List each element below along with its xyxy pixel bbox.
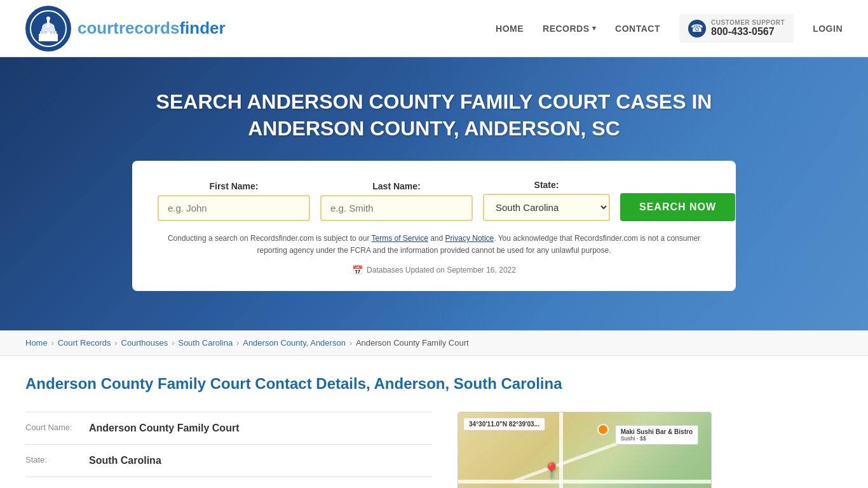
terms-link[interactable]: Terms of Service — [372, 234, 428, 243]
state-detail-value: South Carolina — [89, 455, 161, 466]
main-nav: HOME RECORDS ▾ CONTACT ☎ CUSTOMER SUPPOR… — [496, 14, 843, 43]
svg-rect-9 — [50, 31, 52, 34]
logo-icon — [25, 6, 71, 51]
map-nearby-name: Maki Sushi Bar & Bistro — [621, 428, 693, 435]
breadcrumb-sep-5: › — [349, 339, 352, 348]
header: courtrecordsfinder HOME RECORDS ▾ CONTAC… — [0, 0, 868, 57]
login-button[interactable]: LOGIN — [813, 24, 843, 34]
search-box: First Name: Last Name: State: AlabamaAla… — [132, 161, 736, 290]
breadcrumb-sep-4: › — [236, 339, 239, 348]
support-phone[interactable]: 800-433-0567 — [711, 26, 785, 37]
map-area: CarolinaWren Park 📍 34°30'11.0"N 82°39'0… — [458, 412, 712, 488]
court-name-row: Court Name: Anderson County Family Court — [25, 412, 432, 444]
svg-rect-10 — [53, 31, 55, 34]
support-text: CUSTOMER SUPPORT 800-433-0567 — [711, 19, 785, 37]
hero-title: SEARCH ANDERSON COUNTY FAMILY COURT CASE… — [13, 89, 855, 142]
breadcrumb-anderson-county[interactable]: Anderson County, Anderson — [243, 338, 346, 348]
breadcrumb-sep-3: › — [172, 339, 174, 348]
state-label: State: — [483, 180, 610, 190]
breadcrumb-court-records[interactable]: Court Records — [58, 338, 111, 348]
breadcrumb-sep-1: › — [51, 339, 54, 348]
state-row: State: South Carolina — [25, 444, 432, 477]
nav-home[interactable]: HOME — [496, 24, 524, 34]
chevron-down-icon: ▾ — [592, 24, 597, 32]
breadcrumb-sep-2: › — [115, 339, 118, 348]
privacy-link[interactable]: Privacy Notice — [445, 234, 494, 243]
first-name-input[interactable] — [158, 195, 310, 221]
state-field-group: State: AlabamaAlaskaArizonaArkansasCalif… — [483, 180, 610, 221]
map-nearby-sub: Sushi · $$ — [621, 435, 693, 442]
hero-title-line1: SEARCH ANDERSON COUNTY FAMILY COURT CASE… — [156, 90, 712, 113]
search-button[interactable]: SEARCH NOW — [620, 193, 735, 221]
details-map-row: Court Name: Anderson County Family Court… — [25, 412, 843, 488]
breadcrumb-home[interactable]: Home — [25, 338, 48, 348]
nav-records[interactable]: RECORDS ▾ — [543, 24, 596, 34]
map-location-pin: 📍 — [542, 462, 561, 480]
breadcrumb-current: Anderson County Family Court — [356, 338, 469, 348]
breadcrumb-courthouses[interactable]: Courthouses — [121, 338, 168, 348]
logo-text-regular: courtrecords — [78, 18, 179, 37]
breadcrumb: Home › Court Records › Courthouses › Sou… — [0, 330, 868, 356]
svg-rect-7 — [41, 31, 43, 34]
logo-text-bold: finder — [179, 18, 225, 37]
last-name-input[interactable] — [320, 195, 473, 221]
hero-title-line2: ANDERSON COUNTY, ANDERSON, SC — [248, 117, 620, 140]
map-coordinates-label: 34°30'11.0"N 82°39'03... — [463, 417, 545, 431]
search-fields: First Name: Last Name: State: AlabamaAla… — [158, 180, 710, 221]
headset-icon: ☎ — [688, 20, 706, 37]
map-nearby-place: Maki Sushi Bar & Bistro Sushi · $$ — [615, 425, 698, 445]
first-name-field-group: First Name: — [158, 181, 310, 221]
state-detail-label: State: — [25, 455, 83, 464]
map-placeholder: CarolinaWren Park 📍 34°30'11.0"N 82°39'0… — [458, 412, 712, 488]
details-table: Court Name: Anderson County Family Court… — [25, 412, 432, 477]
db-updated: 📅 Databases Updated on September 16, 202… — [158, 265, 710, 275]
calendar-icon: 📅 — [352, 265, 363, 275]
first-name-label: First Name: — [158, 181, 310, 191]
page-title: Anderson County Family Court Contact Det… — [25, 375, 843, 393]
map-inner: CarolinaWren Park 📍 34°30'11.0"N 82°39'0… — [458, 412, 711, 488]
disclaimer-text: Conducting a search on Recordsfinder.com… — [158, 233, 710, 257]
logo-area: courtrecordsfinder — [25, 6, 226, 51]
main-content: Anderson County Family Court Contact Det… — [0, 356, 868, 488]
court-name-value: Anderson County Family Court — [89, 423, 239, 434]
breadcrumb-south-carolina[interactable]: South Carolina — [178, 338, 233, 348]
last-name-field-group: Last Name: — [320, 181, 473, 221]
support-area: ☎ CUSTOMER SUPPORT 800-433-0567 — [679, 14, 794, 43]
last-name-label: Last Name: — [320, 181, 473, 191]
svg-point-6 — [46, 17, 50, 20]
court-name-label: Court Name: — [25, 423, 83, 432]
map-orange-marker — [597, 424, 609, 435]
nav-contact[interactable]: CONTACT — [615, 24, 660, 34]
hero-section: SEARCH ANDERSON COUNTY FAMILY COURT CASE… — [0, 57, 868, 330]
logo-text: courtrecordsfinder — [78, 18, 226, 38]
state-select[interactable]: AlabamaAlaskaArizonaArkansasCaliforniaCo… — [483, 194, 610, 221]
support-label: CUSTOMER SUPPORT — [711, 19, 785, 26]
map-road-horizontal — [458, 480, 711, 484]
nav-records-label: RECORDS — [543, 24, 590, 34]
map-coordinates-text: 34°30'11.0"N 82°39'03... — [469, 421, 539, 428]
db-updated-text: Databases Updated on September 16, 2022 — [367, 266, 516, 274]
svg-rect-8 — [44, 31, 46, 34]
